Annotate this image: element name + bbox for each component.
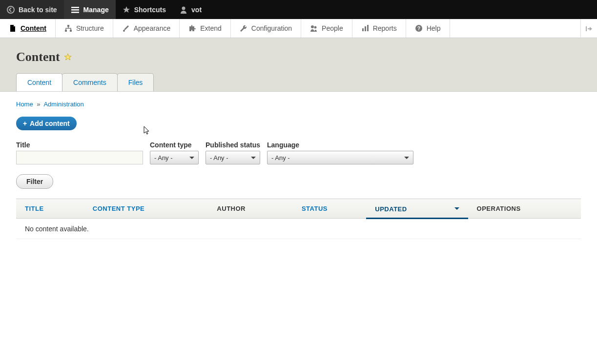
menu-appearance[interactable]: Appearance — [113, 19, 180, 38]
help-icon: ? — [415, 24, 423, 32]
user-icon — [180, 6, 187, 14]
shortcut-star-icon[interactable] — [64, 53, 72, 61]
svg-rect-5 — [67, 25, 69, 27]
arrow-left-icon — [7, 6, 15, 14]
filter-type-label: Content type — [150, 141, 199, 149]
th-updated[interactable]: UPDATED — [366, 199, 468, 219]
filter-type-select[interactable]: - Any - — [150, 151, 199, 164]
bar-chart-icon — [361, 24, 369, 32]
plus-icon: + — [23, 120, 27, 127]
primary-tabs: Content Comments Files — [16, 73, 581, 91]
manage-toggle[interactable]: Manage — [64, 0, 116, 19]
svg-rect-6 — [65, 30, 67, 32]
svg-rect-12 — [365, 26, 366, 31]
collapse-icon — [585, 25, 593, 33]
svg-rect-16 — [586, 26, 587, 31]
page-title: Content — [16, 50, 60, 64]
manage-label: Manage — [83, 6, 109, 14]
shortcuts-label: Shortcuts — [134, 6, 166, 14]
th-status[interactable]: STATUS — [293, 199, 366, 219]
th-author: AUTHOR — [208, 199, 293, 219]
menu-configuration[interactable]: Configuration — [231, 19, 301, 38]
wrench-icon — [240, 24, 247, 32]
filter-status-label: Published status — [206, 141, 260, 149]
menu-content[interactable]: Content — [0, 19, 56, 38]
menu-reports[interactable]: Reports — [352, 19, 406, 38]
tab-comments[interactable]: Comments — [62, 73, 118, 91]
page-icon — [9, 24, 17, 32]
back-to-site-link[interactable]: Back to site — [0, 0, 64, 19]
svg-rect-11 — [362, 28, 364, 31]
star-icon — [123, 6, 130, 14]
svg-rect-7 — [70, 30, 72, 32]
page-header: Content Content Comments Files — [0, 38, 597, 92]
admin-menu: Content Structure Appearance Extend Conf… — [0, 19, 597, 38]
admin-toolbar: Back to site Manage Shortcuts vot — [0, 0, 597, 19]
add-content-button[interactable]: + Add content — [16, 117, 77, 130]
menu-structure[interactable]: Structure — [56, 19, 113, 38]
th-title[interactable]: TITLE — [16, 199, 84, 219]
svg-point-4 — [182, 6, 185, 10]
menu-help[interactable]: ? Help — [406, 19, 450, 38]
filter-language-label: Language — [267, 141, 413, 149]
svg-text:?: ? — [417, 26, 420, 31]
breadcrumb: Home » Administration — [16, 101, 581, 108]
breadcrumb-separator: » — [37, 101, 40, 108]
back-to-site-label: Back to site — [19, 6, 57, 14]
table-empty-row: No content available. — [16, 219, 581, 239]
paintbrush-icon — [122, 24, 130, 32]
tab-files[interactable]: Files — [117, 73, 154, 91]
filter-status-select[interactable]: - Any - — [206, 151, 260, 164]
th-operations: OPERATIONS — [468, 199, 581, 219]
filter-language-select[interactable]: - Any - — [267, 151, 413, 164]
svg-point-9 — [311, 25, 314, 28]
filter-title-label: Title — [16, 141, 143, 149]
svg-point-0 — [7, 6, 14, 13]
tab-content[interactable]: Content — [16, 73, 62, 91]
breadcrumb-administration[interactable]: Administration — [43, 101, 83, 108]
hamburger-icon — [71, 5, 80, 14]
user-menu[interactable]: vot — [173, 0, 208, 19]
breadcrumb-home[interactable]: Home — [16, 101, 33, 108]
svg-point-10 — [314, 26, 317, 29]
menu-extend[interactable]: Extend — [180, 19, 231, 38]
main-content: Home » Administration + Add content Titl… — [0, 92, 597, 248]
svg-rect-2 — [71, 9, 79, 11]
svg-rect-3 — [71, 12, 79, 13]
puzzle-icon — [188, 24, 196, 32]
filter-button[interactable]: Filter — [16, 174, 53, 189]
content-table: TITLE CONTENT TYPE AUTHOR STATUS UPDATED… — [16, 199, 581, 239]
svg-rect-1 — [71, 7, 79, 8]
hierarchy-icon — [64, 24, 72, 32]
filter-title-input[interactable] — [16, 151, 143, 164]
user-label: vot — [191, 6, 202, 14]
orientation-toggle[interactable] — [580, 19, 597, 38]
svg-rect-13 — [367, 25, 369, 31]
svg-point-8 — [123, 30, 125, 32]
empty-message: No content available. — [16, 219, 581, 239]
th-content-type[interactable]: CONTENT TYPE — [84, 199, 208, 219]
menu-people[interactable]: People — [301, 19, 352, 38]
shortcuts-link[interactable]: Shortcuts — [116, 0, 173, 19]
people-icon — [310, 24, 318, 32]
filters: Title Content type - Any - Published sta… — [16, 141, 581, 164]
